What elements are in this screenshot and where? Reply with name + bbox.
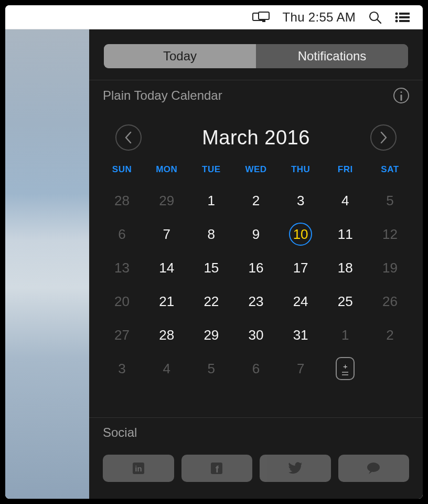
calendar-day[interactable]: 29 bbox=[189, 320, 233, 350]
messages-icon[interactable] bbox=[338, 455, 410, 482]
dow-header: WED bbox=[233, 160, 278, 185]
svg-point-5 bbox=[395, 12, 398, 15]
edit-widget-button[interactable]: + bbox=[336, 357, 355, 380]
calendar-day[interactable]: 20 bbox=[100, 286, 144, 317]
menubar-clock[interactable]: Thu 2:55 AM bbox=[283, 10, 356, 25]
calendar-day-today[interactable]: 10 bbox=[279, 219, 323, 249]
calendar-day[interactable]: 22 bbox=[189, 286, 233, 317]
widget-title-calendar: Plain Today Calendar bbox=[103, 88, 222, 103]
prev-month-button[interactable] bbox=[115, 124, 142, 151]
social-widget: in f bbox=[89, 447, 423, 482]
calendar-day[interactable]: 31 bbox=[279, 320, 323, 350]
calendar-day[interactable]: 28 bbox=[100, 185, 144, 216]
calendar-day[interactable]: 5 bbox=[368, 185, 412, 216]
svg-rect-2 bbox=[262, 19, 265, 22]
svg-rect-10 bbox=[399, 20, 410, 22]
calendar-day[interactable]: 1 bbox=[323, 320, 368, 350]
calendar-day[interactable]: 7 bbox=[144, 219, 189, 249]
dow-header: SAT bbox=[368, 160, 412, 185]
calendar-day[interactable]: 25 bbox=[323, 286, 368, 317]
calendar-day[interactable]: 17 bbox=[279, 253, 323, 283]
linkedin-icon[interactable]: in bbox=[103, 455, 174, 482]
dow-header: TUE bbox=[189, 160, 233, 185]
calendar-day[interactable]: 29 bbox=[144, 185, 189, 216]
info-icon[interactable] bbox=[393, 88, 409, 103]
menubar: Thu 2:55 AM bbox=[5, 5, 423, 29]
twitter-icon[interactable] bbox=[260, 455, 331, 482]
dow-header: THU bbox=[279, 160, 323, 185]
calendar-day[interactable]: 26 bbox=[368, 286, 412, 317]
tab-switcher: Today Notifications bbox=[104, 44, 408, 68]
svg-line-4 bbox=[377, 19, 381, 23]
calendar-day[interactable]: 28 bbox=[144, 320, 189, 350]
month-label: March 2016 bbox=[202, 127, 310, 149]
calendar-day[interactable]: 4 bbox=[144, 353, 189, 384]
calendar-day[interactable]: 27 bbox=[100, 320, 144, 350]
calendar-day[interactable]: 13 bbox=[100, 253, 144, 283]
calendar-day[interactable]: 6 bbox=[100, 219, 144, 249]
dow-header: SUN bbox=[100, 160, 144, 185]
next-month-button[interactable] bbox=[370, 124, 397, 151]
dow-header: FRI bbox=[323, 160, 368, 185]
displays-icon[interactable] bbox=[252, 12, 270, 23]
svg-point-15 bbox=[367, 463, 380, 472]
calendar-day[interactable]: 30 bbox=[233, 320, 278, 350]
calendar-day[interactable]: 2 bbox=[368, 320, 412, 350]
calendar-day[interactable]: 4 bbox=[323, 185, 368, 216]
svg-text:in: in bbox=[135, 464, 142, 473]
widget-title-social: Social bbox=[103, 425, 137, 440]
notification-center-panel: Today Notifications Plain Today Calendar… bbox=[89, 29, 423, 499]
tab-notifications[interactable]: Notifications bbox=[256, 44, 408, 68]
calendar-day[interactable]: 24 bbox=[279, 286, 323, 317]
desktop-wallpaper bbox=[5, 29, 89, 499]
calendar-day[interactable]: 2 bbox=[233, 185, 278, 216]
calendar-day[interactable]: 6 bbox=[233, 353, 278, 384]
calendar-day[interactable]: 7 bbox=[279, 353, 323, 384]
calendar-day[interactable]: 21 bbox=[144, 286, 189, 317]
calendar-day[interactable]: 11 bbox=[323, 219, 368, 249]
svg-point-7 bbox=[395, 16, 398, 18]
svg-text:f: f bbox=[216, 464, 219, 475]
spotlight-icon[interactable] bbox=[368, 10, 382, 24]
calendar-day[interactable]: 8 bbox=[189, 219, 233, 249]
svg-point-9 bbox=[395, 19, 398, 22]
calendar-day[interactable]: 3 bbox=[100, 353, 144, 384]
calendar-day[interactable]: 15 bbox=[189, 253, 233, 283]
calendar-day[interactable]: 3 bbox=[279, 185, 323, 216]
calendar-day[interactable]: 19 bbox=[368, 253, 412, 283]
calendar-widget: March 2016 SUNMONTUEWEDTHUFRISAT 2829123… bbox=[89, 114, 423, 396]
svg-rect-1 bbox=[259, 12, 269, 19]
calendar-day[interactable]: 5 bbox=[189, 353, 233, 384]
calendar-day[interactable]: 12 bbox=[368, 219, 412, 249]
svg-rect-6 bbox=[399, 13, 410, 15]
calendar-day[interactable]: 18 bbox=[323, 253, 368, 283]
notification-center-icon[interactable] bbox=[394, 12, 410, 23]
calendar-day[interactable]: 23 bbox=[233, 286, 278, 317]
calendar-day[interactable]: 14 bbox=[144, 253, 189, 283]
calendar-day[interactable]: 9 bbox=[233, 219, 278, 249]
tab-today[interactable]: Today bbox=[104, 44, 256, 68]
dow-header: MON bbox=[144, 160, 189, 185]
svg-rect-8 bbox=[399, 16, 410, 18]
calendar-day[interactable]: 16 bbox=[233, 253, 278, 283]
calendar-day[interactable]: 1 bbox=[189, 185, 233, 216]
facebook-icon[interactable]: f bbox=[181, 455, 253, 482]
